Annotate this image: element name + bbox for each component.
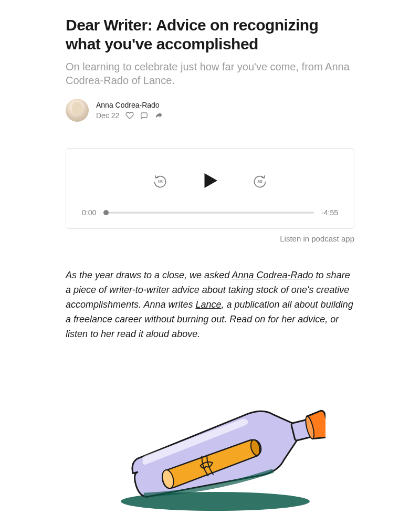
comment-icon[interactable]	[140, 112, 148, 120]
seek-thumb[interactable]	[103, 210, 109, 215]
publication-link[interactable]: Lance	[195, 299, 221, 310]
share-icon[interactable]	[154, 111, 163, 120]
byline: Anna Codrea-Rado Dec 22	[66, 99, 354, 122]
time-remaining: -4:55	[321, 208, 338, 217]
listen-in-app-link[interactable]: Listen in podcast app	[66, 234, 354, 243]
meta-row: Dec 22	[96, 111, 163, 120]
bottle-illustration	[66, 373, 354, 520]
author-avatar[interactable]	[66, 99, 89, 122]
audio-player: 15 30 0:00 -4:55	[66, 148, 354, 229]
rewind-button[interactable]: 15	[153, 174, 167, 189]
progress-row: 0:00 -4:55	[82, 208, 338, 217]
seek-track[interactable]	[106, 212, 314, 214]
play-button[interactable]	[199, 170, 221, 194]
rewind-label: 15	[158, 179, 162, 184]
forward-button[interactable]: 30	[253, 174, 267, 189]
time-elapsed: 0:00	[82, 208, 99, 217]
author-link[interactable]: Anna Codrea-Rado	[232, 270, 313, 280]
intro-text-1: As the year draws to a close, we asked	[66, 270, 232, 280]
article-subtitle: On learning to celebrate just how far yo…	[66, 60, 354, 87]
heart-icon[interactable]	[125, 111, 134, 120]
intro-paragraph: As the year draws to a close, we asked A…	[66, 268, 354, 341]
article-title: Dear Writer: Advice on recognizing what …	[66, 16, 354, 54]
publish-date: Dec 22	[96, 111, 119, 120]
author-name[interactable]: Anna Codrea-Rado	[96, 101, 163, 109]
forward-label: 30	[257, 179, 262, 184]
